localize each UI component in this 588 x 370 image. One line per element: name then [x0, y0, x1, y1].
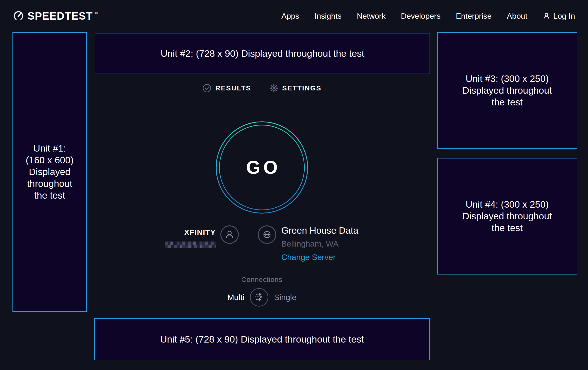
ad-unit-1-line: throughout	[27, 178, 72, 190]
tab-results-label: RESULTS	[215, 84, 251, 92]
connections-option-multi[interactable]: Multi	[227, 293, 244, 302]
tab-results[interactable]: RESULTS	[202, 83, 251, 93]
connections-section: Connections Multi Single	[87, 276, 437, 307]
multi-arrows-icon	[250, 288, 268, 307]
connection-info-row: XFINITY Green House Data Bellingham, WA …	[87, 225, 437, 262]
connections-label: Connections	[241, 276, 283, 283]
nav-item-developers[interactable]: Developers	[401, 11, 441, 20]
change-server-link[interactable]: Change Server	[281, 253, 336, 262]
go-button[interactable]: GO	[215, 121, 308, 214]
ad-unit-1-line: the test	[34, 190, 65, 201]
ad-unit-2-text: Unit #2: (728 x 90) Displayed throughout…	[160, 48, 364, 60]
tab-settings-label: SETTINGS	[282, 84, 322, 92]
top-nav: SPEEDTEST ™ Apps Insights Network Develo…	[0, 0, 588, 32]
speedometer-icon	[13, 11, 24, 21]
ad-unit-4-line: Displayed throughout	[462, 210, 552, 222]
ad-unit-3[interactable]: Unit #3: (300 x 250) Displayed throughou…	[437, 32, 577, 149]
ad-unit-4-line: the test	[492, 222, 523, 234]
go-button-rings	[215, 121, 308, 214]
check-circle-icon	[202, 83, 211, 93]
logo-trademark: ™	[95, 11, 98, 15]
login-button[interactable]: Log In	[543, 11, 575, 20]
user-circle-icon[interactable]	[220, 225, 239, 244]
ad-unit-1-line: (160 x 600)	[26, 154, 74, 166]
nav-menu: Apps Insights Network Developers Enterpr…	[281, 11, 575, 20]
ad-unit-2[interactable]: Unit #2: (728 x 90) Displayed throughout…	[95, 33, 430, 74]
isp-name[interactable]: XFINITY	[184, 228, 216, 236]
tab-settings[interactable]: SETTINGS	[269, 83, 322, 93]
nav-item-about[interactable]: About	[507, 11, 527, 20]
isp-text: XFINITY	[165, 228, 216, 248]
login-label: Log In	[553, 11, 575, 20]
isp-ip-redacted	[165, 241, 216, 248]
connections-option-single[interactable]: Single	[274, 293, 296, 302]
ad-unit-4[interactable]: Unit #4: (300 x 250) Displayed throughou…	[437, 158, 577, 274]
server-block: Green House Data Bellingham, WA Change S…	[258, 225, 358, 262]
user-icon	[543, 12, 550, 20]
ad-unit-1-line: Unit #1:	[33, 142, 66, 154]
speedtest-logo[interactable]: SPEEDTEST ™	[13, 10, 98, 22]
server-text: Green House Data Bellingham, WA Change S…	[281, 225, 358, 262]
nav-item-apps[interactable]: Apps	[281, 11, 299, 20]
globe-icon[interactable]	[258, 225, 276, 244]
server-name: Green House Data	[281, 225, 358, 236]
ad-unit-1-line: Displayed	[29, 166, 70, 178]
nav-item-network[interactable]: Network	[357, 11, 386, 20]
ad-unit-3-line: Displayed throughout	[462, 85, 552, 96]
gear-icon	[269, 83, 279, 93]
nav-item-enterprise[interactable]: Enterprise	[456, 11, 492, 20]
connections-toggle[interactable]	[250, 288, 268, 307]
ad-unit-5[interactable]: Unit #5: (728 x 90) Displayed throughout…	[94, 318, 430, 360]
ad-unit-5-text: Unit #5: (728 x 90) Displayed throughout…	[160, 334, 364, 345]
ad-unit-4-line: Unit #4: (300 x 250)	[466, 199, 549, 210]
nav-item-insights[interactable]: Insights	[315, 11, 342, 20]
logo-text: SPEEDTEST	[28, 10, 93, 22]
ad-unit-1[interactable]: Unit #1: (160 x 600) Displayed throughou…	[12, 32, 87, 312]
tabs-row: RESULTS SETTINGS	[87, 83, 437, 93]
ad-unit-3-line: the test	[492, 96, 523, 108]
connections-row: Multi Single	[227, 288, 296, 307]
server-location: Bellingham, WA	[281, 239, 339, 249]
isp-block: XFINITY	[165, 225, 239, 248]
ad-unit-3-line: Unit #3: (300 x 250)	[466, 73, 549, 85]
